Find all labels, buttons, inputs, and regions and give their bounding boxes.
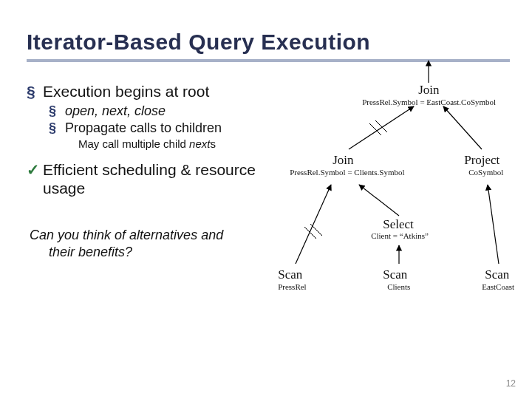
svg-line-3 bbox=[296, 185, 331, 264]
cond-select: Client = “Atkins” bbox=[371, 231, 429, 240]
page-number: 12 bbox=[506, 378, 516, 389]
sub-project: CoSymbol bbox=[468, 168, 503, 177]
cond-join-top: PressRel.Symbol = EastCoast.CoSymbol bbox=[362, 98, 496, 106]
svg-line-10 bbox=[310, 224, 322, 236]
svg-line-2 bbox=[443, 106, 482, 149]
cond-join-left: PressRel.Symbol = Clients.Symbol bbox=[290, 168, 404, 177]
node-select: Select bbox=[383, 217, 414, 232]
node-scan3: Scan bbox=[485, 267, 509, 282]
bullet-propagate: Propagate calls to children bbox=[49, 120, 284, 136]
sub-scan1: PressRel bbox=[278, 282, 307, 291]
svg-line-9 bbox=[304, 227, 316, 239]
node-join-left: Join bbox=[332, 153, 353, 168]
svg-line-1 bbox=[349, 106, 414, 149]
bullet-may: May call multiple child nexts bbox=[78, 137, 284, 150]
tree-diagram: Join PressRel.Symbol = EastCoast.CoSymbo… bbox=[288, 83, 510, 327]
node-project: Project bbox=[464, 153, 499, 168]
slide-title: Iterator-Based Query Execution bbox=[27, 30, 510, 55]
left-column: Execution begins at root open, next, clo… bbox=[27, 83, 288, 327]
sub-scan2: Clients bbox=[387, 282, 410, 291]
bullet-open: open, next, close bbox=[49, 103, 284, 119]
node-scan1: Scan bbox=[278, 267, 302, 282]
question-text: Can you think of alternatives and their … bbox=[27, 227, 284, 260]
sub-scan3: EastCoast bbox=[482, 282, 514, 291]
node-join-top: Join bbox=[418, 83, 439, 98]
bullet-efficient: Efficient scheduling & resource usage bbox=[27, 160, 284, 197]
title-rule bbox=[27, 59, 510, 62]
bullet-root: Execution begins at root bbox=[27, 83, 284, 100]
node-scan2: Scan bbox=[383, 267, 407, 282]
svg-line-4 bbox=[359, 185, 399, 216]
svg-line-6 bbox=[488, 185, 499, 264]
